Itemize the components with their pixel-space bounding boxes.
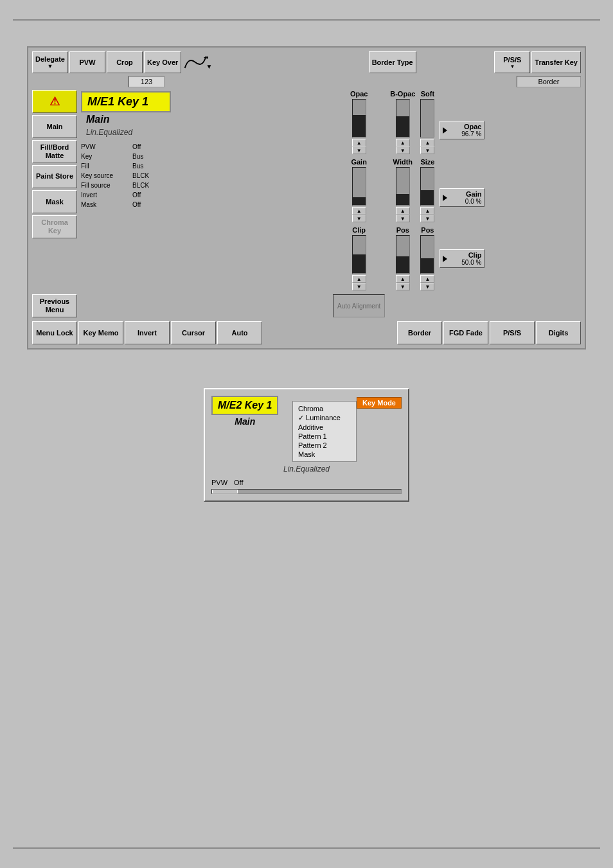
clip-slider-track[interactable] [352,235,366,274]
pss-top-button[interactable]: P/S/S ▼ [494,51,530,73]
mode-pattern1[interactable]: Pattern 1 [296,432,353,441]
b-opac-down-button[interactable]: ▼ [396,146,410,154]
width-up-button[interactable]: ▲ [396,207,410,215]
width-label: Width [393,158,413,166]
delegate-button[interactable]: Delegate ▼ [32,51,68,73]
pos2-up-button[interactable]: ▲ [420,275,434,283]
opac-slider-arrows: ▲ ▼ [352,139,366,154]
left-sidebar: ⚠ Main Fill/Bord Matte Paint Store Mask … [32,90,77,317]
clip-label: Clip [352,226,366,234]
bus-val: Bus [132,152,149,161]
b-opac-label: B-Opac [390,90,415,98]
key-title-box: M/E1 Key 1 [81,91,171,112]
gain-slider-track[interactable] [352,167,366,206]
gain-label: Gain [351,158,366,166]
key-subtitle: Main [81,114,171,125]
clip-value-button[interactable]: Clip 50.0 % [440,249,484,268]
menu-lock-button[interactable]: Menu Lock [32,321,77,344]
soft-up-button[interactable]: ▲ [420,139,434,146]
previous-menu-label: Previous Menu [34,297,75,314]
mode-mask[interactable]: Mask [296,450,353,459]
clip-slider-arrows: ▲ ▼ [352,275,366,290]
key-mode-dropdown: Chroma Luminance Additive Pattern 1 Patt… [292,401,357,462]
soft-slider-group: Soft ▲ ▼ [420,90,434,154]
key-mode-button[interactable]: Key Mode [357,397,402,409]
toolbar-row-1: Delegate ▼ PVW Crop Key Over ▼ [32,51,581,73]
key-over-button[interactable]: Key Over [144,51,181,73]
digits-button[interactable]: Digits [536,321,581,344]
paint-store-button[interactable]: Paint Store [32,165,77,188]
border-type-button[interactable]: Border Type [369,51,416,73]
opac-val-value: 96.7 % [461,130,481,137]
size-slider-track[interactable] [420,167,434,206]
transfer-key-label: Transfer Key [535,58,578,66]
delegate-label: Delegate [35,55,65,63]
pss-top-label: P/S/S [503,56,521,64]
pos-slider-track[interactable] [396,235,410,274]
fill-row: Fill [81,161,126,171]
width-down-button[interactable]: ▼ [396,215,410,222]
warning-button[interactable]: ⚠ [32,90,77,113]
opac-up-button[interactable]: ▲ [352,139,366,146]
lower-key-title: M/E2 Key 1 [211,396,278,415]
key-memo-button[interactable]: Key Memo [78,321,123,344]
soft-label: Soft [421,90,434,98]
main-button[interactable]: Main [32,115,77,138]
gain-value-button[interactable]: Gain 0.0 % [440,188,484,207]
pos-up-button[interactable]: ▲ [396,275,410,283]
opac-slider-track[interactable] [352,99,366,137]
lower-mode-label: Lin.Equalized [211,465,402,474]
mode-luminance[interactable]: Luminance [296,413,353,423]
mode-chroma[interactable]: Chroma [296,404,353,413]
page-wrapper: Delegate ▼ PVW Crop Key Over ▼ [0,0,613,868]
pos-slider-group: Pos ▲ ▼ [390,226,415,290]
transfer-key-button[interactable]: Transfer Key [531,51,581,73]
clip-up-button[interactable]: ▲ [352,275,366,283]
width-slider-track[interactable] [396,167,410,206]
pvw-label: PVW [79,58,95,66]
opac-value-button[interactable]: Opac 96.7 % [440,121,484,139]
soft-slider-track[interactable] [420,99,434,137]
opac-down-button[interactable]: ▼ [352,146,366,154]
auto-align-button[interactable]: Auto Alignment [333,294,385,317]
scroll-thumb[interactable] [212,490,238,493]
lower-key-mode-area: Key Mode Chroma Luminance Additive Patte… [292,398,402,462]
pss-bottom-label: P/S/S [503,329,521,337]
auto-button[interactable]: Auto [217,321,262,344]
b-opac-up-button[interactable]: ▲ [396,139,410,146]
soft-down-button[interactable]: ▼ [420,146,434,154]
previous-menu-button[interactable]: Previous Menu [32,294,77,317]
size-down-button[interactable]: ▼ [420,215,434,222]
lower-key-subtitle: Main [211,416,278,427]
mode-additive[interactable]: Additive [296,423,353,432]
soft-slider-arrows: ▲ ▼ [420,139,434,154]
blck-val: BLCK [132,171,149,181]
pvw-button[interactable]: PVW [69,51,105,73]
cursor-button[interactable]: Cursor [171,321,216,344]
clip-down-button[interactable]: ▼ [352,283,366,290]
mode-pattern2[interactable]: Pattern 2 [296,441,353,450]
digits-label: Digits [549,329,569,337]
opac-tri-icon [443,127,447,134]
pos2-down-button[interactable]: ▼ [420,283,434,290]
invert-button[interactable]: Invert [125,321,170,344]
mask-button[interactable]: Mask [32,190,77,213]
key-title-area: M/E1 Key 1 Main Lin.Equalized [81,91,171,137]
fgd-fade-button[interactable]: FGD Fade [443,321,488,344]
scroll-bar[interactable] [211,489,402,494]
pos-down-button[interactable]: ▼ [396,283,410,290]
chroma-key-button[interactable]: Chroma Key [32,215,77,238]
pos2-slider-track[interactable] [420,235,434,274]
lower-key-info: M/E2 Key 1 Main [211,396,278,427]
border-bottom-button[interactable]: Border [397,321,442,344]
pss-arrow-icon: ▼ [510,64,515,69]
gain-down-button[interactable]: ▼ [352,215,366,222]
size-up-button[interactable]: ▲ [420,207,434,215]
b-opac-slider-track[interactable] [396,99,410,137]
pss-bottom-button[interactable]: P/S/S [490,321,535,344]
pos-slider-arrows: ▲ ▼ [396,275,410,290]
crop-button[interactable]: Crop [107,51,143,73]
fill-bord-matte-button[interactable]: Fill/Bord Matte [32,140,77,163]
bottom-divider [13,847,600,849]
gain-up-button[interactable]: ▲ [352,207,366,215]
